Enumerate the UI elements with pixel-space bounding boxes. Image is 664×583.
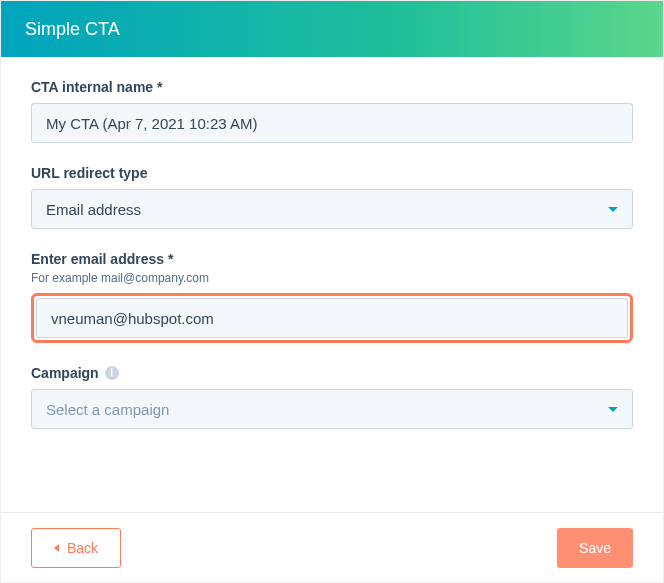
internal-name-label: CTA internal name *: [31, 79, 633, 95]
email-label: Enter email address *: [31, 251, 633, 267]
panel-body: CTA internal name * URL redirect type Em…: [1, 57, 663, 512]
chevron-down-icon: [608, 407, 618, 412]
campaign-label: Campaign i: [31, 365, 633, 381]
campaign-label-text: Campaign: [31, 365, 99, 381]
campaign-select[interactable]: Select a campaign: [31, 389, 633, 429]
save-button[interactable]: Save: [557, 528, 633, 568]
email-helper: For example mail@company.com: [31, 271, 633, 285]
redirect-type-value: Email address: [46, 201, 141, 218]
redirect-type-label: URL redirect type: [31, 165, 633, 181]
save-button-label: Save: [579, 540, 611, 556]
back-button[interactable]: Back: [31, 528, 121, 568]
redirect-type-select[interactable]: Email address: [31, 189, 633, 229]
chevron-left-icon: [54, 544, 59, 552]
simple-cta-panel: Simple CTA CTA internal name * URL redir…: [0, 0, 664, 583]
chevron-down-icon: [608, 207, 618, 212]
email-highlight: [31, 293, 633, 343]
panel-header: Simple CTA: [1, 1, 663, 57]
campaign-placeholder: Select a campaign: [46, 401, 169, 418]
field-email: Enter email address * For example mail@c…: [31, 251, 633, 343]
internal-name-input[interactable]: [31, 103, 633, 143]
info-icon[interactable]: i: [105, 366, 119, 380]
panel-footer: Back Save: [1, 512, 663, 582]
email-input[interactable]: [36, 298, 628, 338]
panel-title: Simple CTA: [25, 19, 120, 40]
field-internal-name: CTA internal name *: [31, 79, 633, 143]
back-button-label: Back: [67, 540, 98, 556]
field-campaign: Campaign i Select a campaign: [31, 365, 633, 429]
field-redirect-type: URL redirect type Email address: [31, 165, 633, 229]
